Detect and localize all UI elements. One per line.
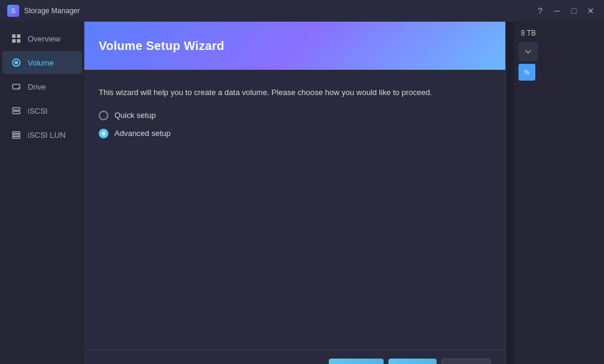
- maximize-button[interactable]: □: [568, 5, 580, 17]
- sidebar-overview-label: Overview: [28, 34, 60, 43]
- volume-setup-wizard-dialog: Volume Setup Wizard This wizard will hel…: [84, 22, 506, 364]
- volume-icon: [11, 57, 22, 68]
- help-button[interactable]: ?: [534, 5, 546, 17]
- next-button[interactable]: Next: [388, 359, 437, 365]
- dropdown-button[interactable]: [518, 42, 538, 61]
- drive-icon: [11, 81, 22, 92]
- svg-rect-0: [12, 34, 16, 38]
- quick-setup-label: Quick setup: [114, 111, 156, 120]
- title-bar: S Storage Manager ? ─ □ ✕: [0, 0, 604, 22]
- dialog-title: Volume Setup Wizard: [99, 39, 225, 53]
- wizard-description: This wizard will help you to create a da…: [99, 87, 491, 99]
- right-panel: 8 TB %: [514, 22, 604, 364]
- svg-rect-3: [17, 39, 20, 43]
- sidebar-item-iscsi[interactable]: iSCSI: [2, 99, 82, 122]
- minimize-button[interactable]: ─: [551, 5, 563, 17]
- svg-point-7: [18, 87, 19, 88]
- sidebar-drive-label: Drive: [28, 82, 46, 91]
- svg-rect-12: [13, 137, 20, 138]
- svg-rect-1: [17, 34, 20, 38]
- iscsi-icon: [11, 105, 22, 116]
- storage-size: 8 TB: [518, 26, 599, 40]
- app-icon: S: [7, 5, 19, 17]
- sidebar-item-volume[interactable]: Volume: [2, 51, 82, 74]
- sidebar-item-overview[interactable]: Overview: [2, 27, 82, 50]
- title-bar-controls: ? ─ □ ✕: [534, 5, 597, 17]
- title-bar-left: S Storage Manager: [7, 5, 80, 17]
- sidebar-iscsi-lun-label: iSCSI LUN: [28, 131, 66, 140]
- advanced-setup-label: Advanced setup: [114, 129, 170, 138]
- advanced-setup-option[interactable]: Advanced setup: [99, 129, 491, 138]
- sidebar-item-drive[interactable]: Drive: [2, 75, 82, 98]
- close-button[interactable]: ✕: [585, 5, 597, 17]
- overview-icon: [11, 33, 22, 44]
- cancel-button[interactable]: Cancel: [441, 359, 491, 365]
- dialog-footer: Previous Next Cancel: [84, 350, 505, 364]
- iscsi-lun-icon: [11, 129, 22, 140]
- app-title: Storage Manager: [24, 7, 80, 15]
- sidebar-item-iscsi-lun[interactable]: iSCSI LUN: [2, 123, 82, 146]
- svg-rect-9: [13, 111, 20, 114]
- main-panel: Volume Setup Wizard This wizard will hel…: [84, 22, 514, 364]
- sidebar-volume-label: Volume: [28, 58, 54, 67]
- content-area: Overview Volume Drive: [0, 22, 604, 364]
- dialog-header: Volume Setup Wizard: [84, 22, 505, 70]
- sidebar-iscsi-label: iSCSI: [28, 106, 48, 116]
- quick-setup-option[interactable]: Quick setup: [99, 111, 491, 120]
- capacity-indicator: %: [518, 64, 535, 81]
- advanced-setup-radio[interactable]: [99, 129, 108, 138]
- svg-point-5: [14, 61, 18, 64]
- app-window: S Storage Manager ? ─ □ ✕: [0, 0, 604, 364]
- svg-rect-8: [13, 108, 20, 110]
- setup-options-group: Quick setup Advanced setup: [99, 111, 491, 138]
- dialog-body: This wizard will help you to create a da…: [84, 70, 505, 350]
- svg-rect-2: [12, 39, 16, 43]
- svg-rect-10: [13, 132, 20, 134]
- sidebar: Overview Volume Drive: [0, 22, 84, 364]
- previous-button[interactable]: Previous: [329, 359, 384, 365]
- svg-rect-11: [13, 134, 20, 136]
- quick-setup-radio[interactable]: [99, 111, 108, 120]
